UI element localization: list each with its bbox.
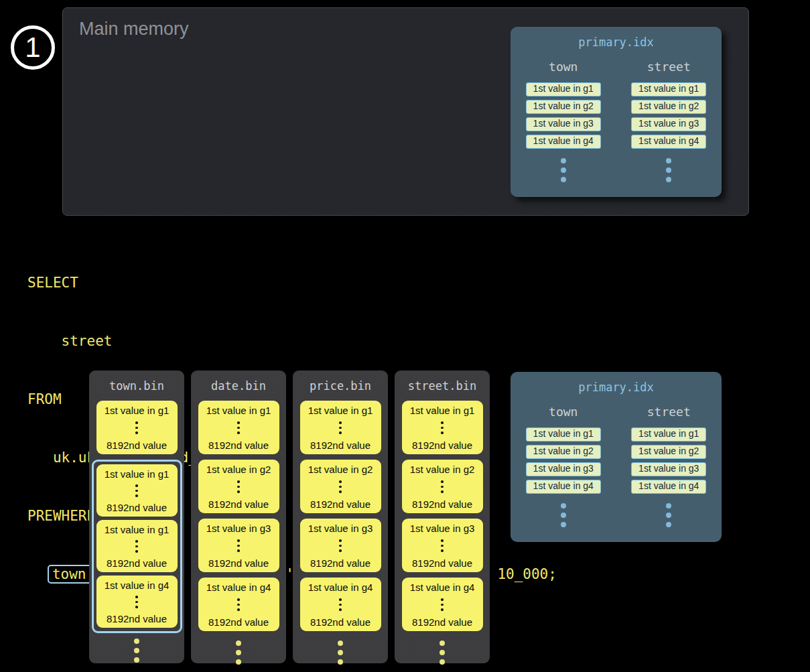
index-column-header: town [549,405,578,419]
granule-block: 1st value in g3 8192nd value [198,519,279,572]
granule-first-value: 1st value in g3 [308,523,373,534]
granule-last-value: 8192nd value [107,440,167,451]
index-entry-chip: 1st value in g4 [631,135,706,149]
ellipsis-icon [135,480,138,502]
index-column-header: town [549,60,578,74]
ellipsis-icon [135,591,138,613]
ellipsis-icon [441,593,444,616]
index-entry-chip: 1st value in g3 [631,462,706,476]
granule-block: 1st value in g1 8192nd value [96,520,178,572]
more-granules-ellipsis-icon [134,639,139,663]
index-entry-chip: 1st value in g1 [526,427,601,442]
primary-index-title: primary.idx [511,27,722,49]
granule-first-value: 1st value in g4 [308,582,373,593]
granule-last-value: 8192nd value [412,616,472,628]
more-granules-ellipsis-icon [236,641,241,665]
granule-stack: 1st value in g1 8192nd value 1st value i… [395,401,490,665]
primary-index-columns: town 1st value in g1 1st value in g2 1st… [511,405,722,527]
granule-last-value: 8192nd value [208,440,269,451]
index-column-town: town 1st value in g1 1st value in g2 1st… [511,405,616,527]
granule-last-value: 8192nd value [310,616,370,628]
ellipsis-icon [237,475,240,498]
more-entries-ellipsis-icon [666,158,671,182]
granule-block: 1st value in g3 8192nd value [402,519,483,572]
more-entries-ellipsis-icon [561,158,566,182]
granule-first-value: 1st value in g2 [206,464,271,475]
granule-last-value: 8192nd value [310,498,370,510]
granule-first-value: 1st value in g4 [206,582,271,593]
ellipsis-icon [339,475,342,498]
ellipsis-icon [237,416,240,440]
index-entry-chip: 1st value in g3 [526,117,601,131]
granule-block: 1st value in g2 8192nd value [402,460,483,513]
index-entry-chip: 1st value in g1 [631,427,706,442]
index-entry-chip: 1st value in g1 [526,82,601,96]
index-entry-chip: 1st value in g4 [631,480,706,494]
granule-first-value: 1st value in g2 [308,464,373,475]
ellipsis-icon [441,475,444,498]
index-entry-chip: 1st value in g4 [526,135,601,149]
ellipsis-icon [339,593,342,616]
bin-title: price.bin [293,379,388,393]
index-column-street: street 1st value in g1 1st value in g2 1… [616,405,722,527]
bin-title: street.bin [395,379,490,393]
granule-first-value: 1st value in g1 [105,468,170,480]
granule-first-value: 1st value in g4 [410,582,475,593]
more-entries-ellipsis-icon [666,503,671,527]
granule-first-value: 1st value in g1 [105,405,170,416]
granule-last-value: 8192nd value [208,498,269,510]
granule-last-value: 8192nd value [310,557,370,569]
granule-stack: 1st value in g1 8192nd value 1st value i… [89,401,184,663]
index-column-street: street 1st value in g1 1st value in g2 1… [616,60,722,182]
granule-block: 1st value in g4 8192nd value [300,578,381,631]
granule-block: 1st value in g4 8192nd value [198,578,279,631]
granule-last-value: 8192nd value [208,557,269,569]
granule-first-value: 1st value in g1 [308,405,373,416]
granule-last-value: 8192nd value [107,502,167,513]
ellipsis-icon [441,416,444,440]
ellipsis-icon [135,535,138,557]
granule-last-value: 8192nd value [107,613,167,624]
granule-first-value: 1st value in g3 [206,523,271,534]
primary-index-panel-top: primary.idx town 1st value in g1 1st val… [511,27,722,197]
index-column-header: street [647,405,691,419]
granule-first-value: 1st value in g4 [105,580,170,591]
granule-first-value: 1st value in g3 [410,523,475,534]
granule-last-value: 8192nd value [208,616,269,628]
index-column-header: street [647,60,691,74]
index-entry-chip: 1st value in g1 [631,82,706,96]
primary-index-panel-bottom: primary.idx town 1st value in g1 1st val… [511,372,722,542]
granule-block: 1st value in g1 8192nd value [198,401,279,454]
granule-stack: 1st value in g1 8192nd value 1st value i… [191,401,286,665]
index-entry-chip: 1st value in g2 [631,445,706,459]
more-granules-ellipsis-icon [338,641,343,665]
bin-column-date: date.bin 1st value in g1 8192nd value 1s… [191,371,286,663]
bin-column-town: town.bin 1st value in g1 8192nd value 1s… [89,371,184,663]
bin-title: town.bin [89,379,184,393]
index-entry-chip: 1st value in g2 [526,445,601,459]
step-number: 1 [25,33,40,62]
index-entry-chip: 1st value in g2 [631,100,706,114]
granule-first-value: 1st value in g1 [410,405,475,416]
index-entry-chip: 1st value in g2 [526,100,601,114]
main-memory-title: Main memory [79,19,189,40]
granule-last-value: 8192nd value [412,440,472,451]
ellipsis-icon [339,416,342,440]
granule-block: 1st value in g2 8192nd value [198,460,279,513]
granule-last-value: 8192nd value [107,557,167,569]
granule-first-value: 1st value in g1 [105,524,170,535]
granule-block: 1st value in g1 8192nd value [96,464,178,517]
selected-granules-outline: 1st value in g1 8192nd value 1st value i… [92,460,182,633]
ellipsis-icon [441,534,444,557]
granule-first-value: 1st value in g2 [410,464,475,475]
granule-block: 1st value in g1 8192nd value [300,401,381,454]
primary-index-title: primary.idx [511,372,722,394]
step-1-badge: 1 [11,25,55,70]
granule-last-value: 8192nd value [412,498,472,510]
bin-column-price: price.bin 1st value in g1 8192nd value 1… [293,371,388,663]
bin-column-street: street.bin 1st value in g1 8192nd value … [395,371,490,663]
granule-block: 1st value in g4 8192nd value [96,576,178,628]
sql-line: SELECT [27,273,557,293]
index-entry-chip: 1st value in g4 [526,480,601,494]
granule-last-value: 8192nd value [310,440,370,451]
